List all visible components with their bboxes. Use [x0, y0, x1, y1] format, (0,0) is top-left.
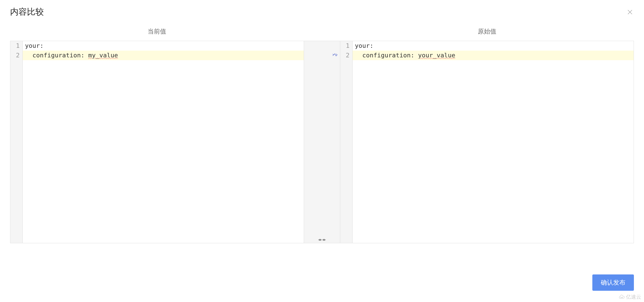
code-line: your:	[353, 41, 634, 51]
watermark: 亿速云	[619, 294, 641, 300]
line-number: 2	[340, 51, 352, 60]
diff-sync-control[interactable]	[304, 238, 340, 242]
svg-point-3	[622, 297, 623, 298]
code-line: configuration: my_value	[23, 51, 304, 60]
cloud-icon	[619, 295, 625, 299]
sync-arrows-icon	[318, 238, 326, 242]
right-gutter: 1 2	[340, 41, 353, 243]
line-number: 1	[340, 41, 352, 51]
right-column-label: 原始值	[340, 24, 634, 39]
left-column-label: 当前值	[10, 24, 304, 39]
diff-container: 1 2 your: configuration: my_value 1 2 yo…	[10, 41, 634, 243]
code-line: your:	[23, 41, 304, 51]
left-gutter: 1 2	[10, 41, 23, 243]
watermark-text: 亿速云	[626, 294, 641, 300]
right-diff-pane[interactable]: 1 2 your: configuration: your_value	[340, 41, 634, 243]
close-icon	[627, 9, 633, 15]
close-button[interactable]	[626, 8, 634, 16]
svg-point-2	[621, 297, 621, 298]
right-code-area[interactable]: your: configuration: your_value	[353, 41, 634, 243]
left-code-area[interactable]: your: configuration: my_value	[23, 41, 304, 243]
line-number: 2	[10, 51, 22, 60]
change-marker-icon	[333, 53, 338, 57]
modal-header: 内容比较	[0, 0, 644, 24]
code-line: configuration: your_value	[353, 51, 634, 60]
line-number: 1	[10, 41, 22, 51]
modal-title: 内容比较	[10, 6, 44, 18]
confirm-publish-button[interactable]: 确认发布	[592, 274, 634, 291]
diff-change-marker[interactable]	[304, 53, 340, 57]
compare-header: 当前值 原始值	[0, 24, 644, 39]
left-diff-pane[interactable]: 1 2 your: configuration: my_value	[10, 41, 304, 243]
modal-footer: 确认发布	[592, 274, 634, 291]
diff-center-gutter	[304, 41, 340, 243]
